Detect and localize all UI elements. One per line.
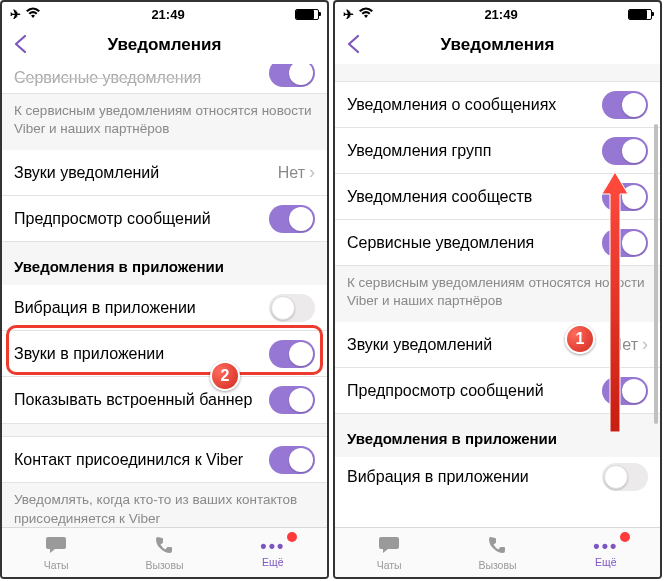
scroll-indicator[interactable] (654, 124, 658, 424)
more-icon: ••• (593, 537, 618, 555)
tab-more[interactable]: ••• Ещё (219, 528, 327, 577)
note-service: К сервисным уведомлениям относятся новос… (335, 266, 660, 322)
value-sounds: Нет (611, 336, 638, 354)
tab-chats[interactable]: Чаты (2, 528, 110, 577)
toggle-in-app-sounds[interactable] (269, 340, 315, 368)
status-bar: ✈ 21:49 (335, 2, 660, 26)
page-title: Уведомления (335, 35, 660, 55)
toggle-banner[interactable] (269, 386, 315, 414)
chevron-right-icon: › (642, 334, 648, 355)
note-joined: Уведомлять, когда кто-то из ваших контак… (2, 483, 327, 527)
back-button[interactable] (12, 32, 30, 58)
settings-list: Сервисные уведомления К сервисным уведом… (2, 64, 327, 527)
tab-calls[interactable]: Вызовы (110, 528, 218, 577)
section-in-app: Уведомления в приложении (335, 414, 660, 457)
page-title: Уведомления (2, 35, 327, 55)
chevron-right-icon: › (309, 162, 315, 183)
battery-icon (295, 9, 319, 20)
airplane-mode-icon: ✈ (10, 7, 21, 22)
nav-bar: Уведомления (335, 26, 660, 64)
phone-right: ✈ 21:49 Уведомления Уведомления о сообще… (333, 0, 662, 579)
back-button[interactable] (345, 32, 363, 58)
tab-bar: Чаты Вызовы ••• Ещё (335, 527, 660, 577)
row-community-notifications[interactable]: Уведомления сообществ (335, 174, 660, 220)
more-icon: ••• (260, 537, 285, 555)
row-message-preview[interactable]: Предпросмотр сообщений (2, 196, 327, 242)
nav-bar: Уведомления (2, 26, 327, 64)
wifi-icon (25, 7, 41, 22)
row-message-preview[interactable]: Предпросмотр сообщений (335, 368, 660, 414)
wifi-icon (358, 7, 374, 22)
row-in-app-sounds[interactable]: Звуки в приложении (2, 331, 327, 377)
status-bar: ✈ 21:49 (2, 2, 327, 26)
phone-left: ✈ 21:49 Уведомления Сервисные уведомлени… (0, 0, 329, 579)
toggle-msg[interactable] (602, 91, 648, 119)
tab-bar: Чаты Вызовы ••• Ещё (2, 527, 327, 577)
row-service-partial[interactable]: Сервисные уведомления (2, 64, 327, 94)
row-service-notifications[interactable]: Сервисные уведомления (335, 220, 660, 266)
row-notification-sounds[interactable]: Звуки уведомлений Нет › (335, 322, 660, 368)
status-time: 21:49 (484, 7, 517, 22)
badge-dot-icon (287, 532, 297, 542)
tab-more[interactable]: ••• Ещё (552, 528, 660, 577)
toggle-groups[interactable] (602, 137, 648, 165)
badge-dot-icon (620, 532, 630, 542)
row-in-app-vibration[interactable]: Вибрация в приложении (2, 285, 327, 331)
toggle-joined[interactable] (269, 446, 315, 474)
toggle-service[interactable] (269, 64, 315, 87)
phone-icon (154, 535, 174, 558)
toggle-vibration[interactable] (269, 294, 315, 322)
status-time: 21:49 (151, 7, 184, 22)
battery-icon (628, 9, 652, 20)
chat-icon (45, 535, 67, 558)
toggle-service[interactable] (602, 229, 648, 257)
row-group-notifications[interactable]: Уведомления групп (335, 128, 660, 174)
value-sounds: Нет (278, 164, 305, 182)
toggle-preview[interactable] (269, 205, 315, 233)
airplane-mode-icon: ✈ (343, 7, 354, 22)
note-service: К сервисным уведомлениям относятся новос… (2, 94, 327, 150)
row-contact-joined[interactable]: Контакт присоединился к Viber (2, 437, 327, 483)
chat-icon (378, 535, 400, 558)
tab-calls[interactable]: Вызовы (443, 528, 551, 577)
phone-icon (487, 535, 507, 558)
row-message-notifications[interactable]: Уведомления о сообщениях (335, 82, 660, 128)
section-in-app: Уведомления в приложении (2, 242, 327, 285)
row-notification-sounds[interactable]: Звуки уведомлений Нет › (2, 150, 327, 196)
tab-chats[interactable]: Чаты (335, 528, 443, 577)
settings-list: Уведомления о сообщениях Уведомления гру… (335, 64, 660, 527)
row-builtin-banner[interactable]: Показывать встроенный баннер (2, 377, 327, 423)
toggle-vibration[interactable] (602, 463, 648, 491)
row-in-app-vibration[interactable]: Вибрация в приложении (335, 457, 660, 497)
toggle-preview[interactable] (602, 377, 648, 405)
toggle-communities[interactable] (602, 183, 648, 211)
